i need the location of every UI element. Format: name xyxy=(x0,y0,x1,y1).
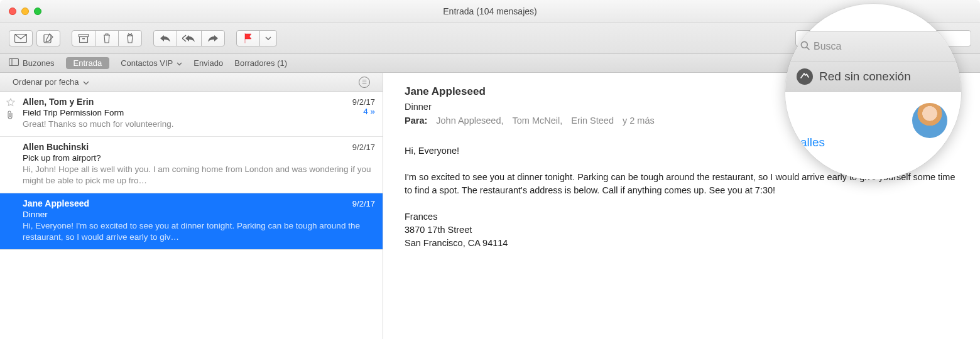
inbox-tab[interactable]: Entrada xyxy=(66,57,110,69)
recipient[interactable]: John Appleseed, xyxy=(436,116,503,126)
reply-all-icon xyxy=(182,35,196,42)
message-sender: Jane Appleseed xyxy=(23,198,89,208)
message-sender: Allen Buchinski xyxy=(23,142,89,152)
delete-button[interactable] xyxy=(95,30,119,46)
mail-window: Entrada (104 mensajes) xyxy=(0,0,980,339)
message-date: 9/2/17 xyxy=(352,199,375,208)
sender-avatar[interactable] xyxy=(912,103,947,138)
thread-count[interactable]: 4 » xyxy=(363,107,375,117)
message-preview: Hi, Everyone! I'm so excited to see you … xyxy=(23,220,375,243)
and-more[interactable]: y 2 más xyxy=(623,116,655,126)
message-list-item[interactable]: Jane Appleseed 9/2/17 Dinner Hi, Everyon… xyxy=(0,193,383,250)
message-list-item[interactable]: Allen, Tom y Erin 9/2/17 Field Trip Perm… xyxy=(0,92,383,137)
reader-from: Jane Appleseed xyxy=(405,85,486,98)
offline-status-bar[interactable]: Red sin conexión xyxy=(785,62,961,92)
magnifier-overlay: Busca Red sin conexión alles xyxy=(785,4,961,180)
search-icon xyxy=(800,41,810,53)
lens-search-input[interactable]: Busca xyxy=(800,41,841,53)
close-window-button[interactable] xyxy=(9,8,16,15)
sort-label: Ordenar por fecha xyxy=(13,77,79,87)
message-sender: Allen, Tom y Erin xyxy=(23,97,94,107)
drafts-tab[interactable]: Borradores (1) xyxy=(234,58,287,68)
svg-rect-6 xyxy=(9,59,19,66)
message-date: 9/2/17 xyxy=(352,143,375,152)
compose-button[interactable] xyxy=(36,30,60,46)
star-icon[interactable] xyxy=(6,98,15,109)
junk-button[interactable] xyxy=(118,30,142,46)
svg-point-8 xyxy=(801,41,807,48)
chevron-down-icon xyxy=(177,58,182,68)
mailboxes-button[interactable]: Buzones xyxy=(9,58,55,68)
mailboxes-label: Buzones xyxy=(23,58,55,68)
minimize-window-button[interactable] xyxy=(21,8,29,15)
to-label: Para: xyxy=(405,116,427,126)
archive-icon xyxy=(79,34,89,43)
get-mail-button[interactable] xyxy=(9,30,33,46)
compose-icon xyxy=(43,33,53,43)
envelope-icon xyxy=(14,34,27,43)
message-subject: Field Trip Permission Form xyxy=(23,108,124,117)
message-list-item[interactable]: Allen Buchinski 9/2/17 Pick up from airp… xyxy=(0,137,383,193)
zoom-window-button[interactable] xyxy=(34,8,41,15)
message-preview: Hi, John! Hope all is well with you. I a… xyxy=(23,164,375,186)
attachment-icon xyxy=(6,110,14,121)
forward-icon xyxy=(207,35,219,42)
vip-contacts-tab[interactable]: Contactos VIP xyxy=(121,58,182,68)
search-placeholder: Busca xyxy=(814,41,841,52)
chevron-down-icon xyxy=(265,36,271,40)
flag-menu-button[interactable] xyxy=(259,30,277,46)
sent-tab[interactable]: Enviado xyxy=(193,58,223,68)
archive-button[interactable] xyxy=(72,30,95,46)
message-list[interactable]: Allen, Tom y Erin 9/2/17 Field Trip Perm… xyxy=(0,92,383,339)
flag-button[interactable] xyxy=(236,30,260,46)
svg-rect-2 xyxy=(79,34,89,36)
offline-icon xyxy=(797,68,813,85)
svg-rect-4 xyxy=(82,38,85,39)
trash-icon xyxy=(102,33,111,43)
traffic-lights xyxy=(0,8,41,15)
message-date: 9/2/17 xyxy=(352,97,375,107)
message-list-column: Ordenar por fecha ☰ Allen, Tom xyxy=(0,73,383,339)
svg-rect-3 xyxy=(80,36,88,42)
chevron-down-icon xyxy=(83,77,89,87)
reply-all-button[interactable] xyxy=(177,30,202,46)
offline-status-label: Red sin conexión xyxy=(819,70,911,83)
recipient[interactable]: Erin Steed xyxy=(571,116,614,126)
reply-icon xyxy=(160,35,171,42)
junk-icon xyxy=(125,33,135,43)
sidebar-icon xyxy=(9,58,19,68)
message-preview: Great! Thanks so much for volunteering. xyxy=(23,119,375,130)
forward-button[interactable] xyxy=(201,30,225,46)
recipient[interactable]: Tom McNeil, xyxy=(513,116,563,126)
flag-icon xyxy=(244,33,253,43)
reply-button[interactable] xyxy=(153,30,177,46)
sort-bar[interactable]: Ordenar por fecha ☰ xyxy=(0,73,383,92)
filter-button[interactable]: ☰ xyxy=(359,77,370,88)
message-subject: Pick up from airport? xyxy=(23,153,375,163)
message-subject: Dinner xyxy=(23,210,375,219)
